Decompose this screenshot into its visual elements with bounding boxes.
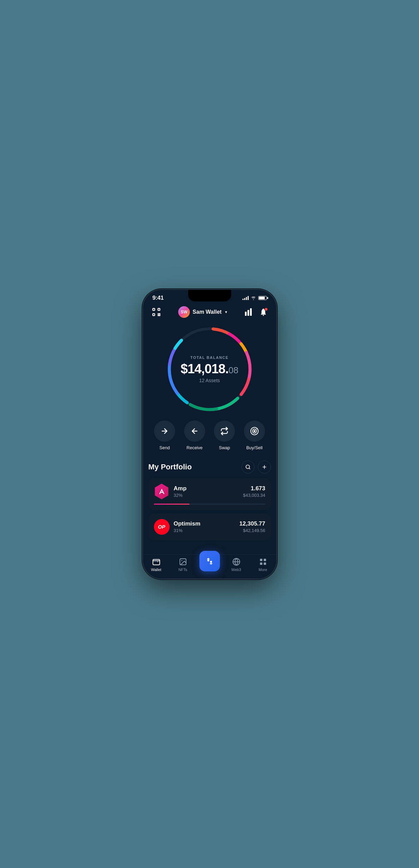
svg-rect-7 bbox=[245, 312, 247, 316]
swap-action[interactable]: Swap bbox=[214, 420, 235, 450]
buysell-action[interactable]: Buy/Sell bbox=[244, 420, 265, 450]
balance-amount: $14,018.08 bbox=[179, 361, 240, 376]
amp-info: Amp 32% bbox=[174, 485, 239, 498]
balance-main: $14,018. bbox=[181, 361, 228, 376]
svg-rect-8 bbox=[248, 310, 249, 316]
asset-row-optimism: OP Optimism 31% 12,305.77 $42,149.56 bbox=[154, 519, 265, 535]
signal-icon bbox=[243, 296, 249, 300]
portfolio-action-buttons bbox=[241, 461, 271, 474]
svg-rect-45 bbox=[264, 562, 266, 565]
svg-rect-34 bbox=[153, 559, 160, 565]
chevron-down-icon: ▾ bbox=[225, 310, 227, 314]
header-actions bbox=[243, 306, 269, 318]
send-label: Send bbox=[159, 445, 170, 450]
wifi-icon bbox=[251, 296, 256, 300]
nfts-nav-label: NFTs bbox=[179, 568, 187, 572]
actions-row: Send Receive Swap bbox=[143, 420, 276, 461]
svg-point-36 bbox=[181, 560, 182, 561]
amp-usd: $43,003.34 bbox=[243, 493, 265, 498]
qr-scan-icon bbox=[152, 307, 161, 317]
add-icon bbox=[262, 464, 267, 470]
wallet-selector[interactable]: SW Sam Wallet ▾ bbox=[178, 306, 227, 318]
phone-frame: 9:41 bbox=[143, 290, 276, 579]
amp-name: Amp bbox=[174, 485, 239, 492]
optimism-name: Optimism bbox=[174, 520, 235, 527]
nav-nfts[interactable]: NFTs bbox=[170, 557, 196, 572]
svg-line-30 bbox=[249, 468, 250, 469]
svg-rect-44 bbox=[260, 562, 262, 565]
search-icon bbox=[245, 464, 251, 470]
more-nav-label: More bbox=[259, 568, 267, 572]
svg-rect-1 bbox=[158, 308, 160, 310]
svg-rect-43 bbox=[264, 559, 266, 561]
send-icon bbox=[160, 427, 169, 435]
balance-content: TOTAL BALANCE $14,018.08 12 Assets bbox=[179, 355, 240, 383]
battery-icon bbox=[258, 296, 267, 300]
portfolio-header: My Portfolio bbox=[148, 461, 271, 474]
send-action[interactable]: Send bbox=[154, 420, 175, 450]
svg-point-10 bbox=[263, 315, 264, 316]
chart-button[interactable] bbox=[243, 306, 254, 318]
amp-progress-fill bbox=[154, 504, 189, 505]
balance-section: TOTAL BALANCE $14,018.08 12 Assets bbox=[143, 321, 276, 420]
web3-nav-icon bbox=[232, 557, 241, 566]
amp-amount: 1.673 bbox=[243, 485, 265, 492]
fab-icon bbox=[205, 556, 214, 566]
balance-assets: 12 Assets bbox=[179, 377, 240, 383]
svg-rect-2 bbox=[153, 313, 155, 315]
more-nav-icon bbox=[259, 557, 267, 566]
bottom-nav: Wallet NFTs bbox=[143, 554, 276, 579]
balance-circle: TOTAL BALANCE $14,018.08 12 Assets bbox=[165, 325, 254, 414]
notch bbox=[188, 290, 231, 301]
optimism-usd: $42,149.56 bbox=[239, 528, 265, 533]
portfolio-section: My Portfolio bbox=[143, 461, 276, 540]
receive-icon bbox=[191, 427, 199, 435]
svg-rect-0 bbox=[153, 308, 155, 310]
status-time: 9:41 bbox=[153, 295, 164, 301]
wallet-avatar: SW bbox=[178, 306, 190, 318]
buysell-circle bbox=[244, 420, 265, 442]
fab-button[interactable] bbox=[199, 551, 220, 571]
nav-center bbox=[196, 558, 223, 571]
wallet-nav-icon bbox=[152, 557, 161, 566]
amp-values: 1.673 $43,003.34 bbox=[243, 485, 265, 498]
balance-cents: 08 bbox=[228, 365, 238, 375]
amp-logo bbox=[154, 484, 170, 500]
asset-card-optimism[interactable]: OP Optimism 31% 12,305.77 $42,149.56 bbox=[148, 514, 271, 540]
optimism-values: 12,305.77 $42,149.56 bbox=[239, 520, 265, 533]
notification-badge bbox=[264, 308, 268, 311]
swap-label: Swap bbox=[219, 445, 230, 450]
buysell-icon bbox=[250, 427, 259, 436]
nfts-nav-icon bbox=[179, 557, 187, 566]
receive-action[interactable]: Receive bbox=[184, 420, 205, 450]
optimism-percentage: 31% bbox=[174, 528, 235, 533]
scan-button[interactable] bbox=[150, 306, 163, 319]
header: SW Sam Wallet ▾ bbox=[143, 301, 276, 321]
optimism-amount: 12,305.77 bbox=[239, 520, 265, 527]
swap-icon bbox=[220, 427, 228, 435]
svg-line-28 bbox=[257, 428, 257, 429]
wallet-name: Sam Wallet bbox=[193, 309, 222, 315]
nav-wallet[interactable]: Wallet bbox=[143, 557, 170, 572]
notification-button[interactable] bbox=[258, 306, 269, 318]
send-circle bbox=[154, 420, 175, 442]
receive-label: Receive bbox=[186, 445, 202, 450]
amp-percentage: 32% bbox=[174, 493, 239, 498]
amp-progress-track bbox=[154, 504, 265, 505]
wallet-nav-label: Wallet bbox=[151, 568, 161, 572]
svg-rect-9 bbox=[250, 308, 252, 316]
nav-more[interactable]: More bbox=[250, 557, 276, 572]
asset-row-amp: Amp 32% 1.673 $43,003.34 bbox=[154, 484, 265, 500]
nav-web3[interactable]: Web3 bbox=[223, 557, 250, 572]
bar-chart-icon bbox=[244, 308, 252, 316]
buysell-label: Buy/Sell bbox=[246, 445, 263, 450]
swap-circle bbox=[214, 420, 235, 442]
search-portfolio-button[interactable] bbox=[241, 461, 254, 474]
status-icons bbox=[243, 296, 267, 300]
add-asset-button[interactable] bbox=[258, 461, 271, 474]
portfolio-title: My Portfolio bbox=[148, 463, 192, 471]
optimism-logo: OP bbox=[154, 519, 170, 535]
asset-card-amp[interactable]: Amp 32% 1.673 $43,003.34 bbox=[148, 478, 271, 510]
optimism-info: Optimism 31% bbox=[174, 520, 235, 533]
amp-icon bbox=[157, 487, 167, 496]
